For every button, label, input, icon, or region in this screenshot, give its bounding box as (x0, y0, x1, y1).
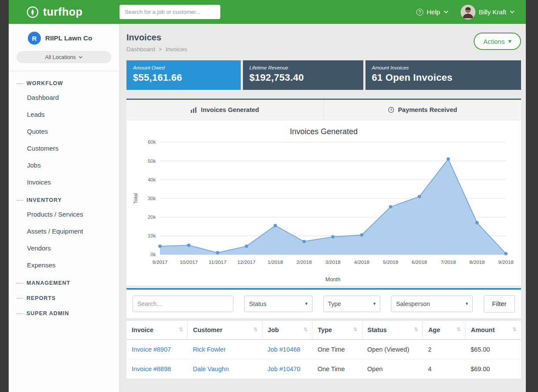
sidebar-section-workflow[interactable]: WORKFLOW (9, 74, 119, 89)
sidebar-item-dashboard[interactable]: Dashboard (9, 89, 119, 106)
svg-text:20k: 20k (148, 214, 156, 220)
sidebar-item-quotes[interactable]: Quotes (9, 123, 119, 140)
main-content: Invoices Dashboard > Invoices Actions ▾ … (120, 24, 526, 392)
caret-down-icon: ▾ (305, 301, 308, 306)
column-header-age[interactable]: ⇅Age (423, 321, 465, 339)
section-label: REPORTS (27, 295, 56, 301)
job-link[interactable]: Job #10470 (267, 366, 300, 372)
tree-dash-icon (17, 200, 23, 201)
svg-text:11/2017: 11/2017 (209, 260, 226, 265)
table-row: Invoice #8898Dale VaughnJob #10470One Ti… (126, 359, 521, 379)
column-label: Job (268, 326, 279, 333)
filter-panel: Status ▾ Type ▾ Salesperson ▾ Filter (126, 288, 521, 318)
sort-icon[interactable]: ⇅ (414, 326, 418, 333)
select-value: Status (249, 300, 266, 307)
stat-card-lifetime-revenue: Lifetime Revenue $192,753.40 (243, 60, 363, 90)
section-label: INVENTORY (27, 197, 62, 203)
tab-invoices-generated[interactable]: Invoices Generated (126, 100, 324, 120)
chart-area: Invoices Generated 0k10k20k30k40k50k60k9… (126, 120, 521, 286)
sidebar-item-invoices[interactable]: Invoices (9, 174, 119, 191)
breadcrumb-separator-icon: > (159, 46, 162, 53)
job-link[interactable]: Job #10468 (267, 346, 300, 353)
turfhop-logo[interactable]: turfhop (9, 6, 120, 19)
sort-icon[interactable]: ⇅ (303, 326, 308, 333)
breadcrumb: Dashboard > Invoices (126, 46, 187, 53)
sort-icon[interactable]: ⇅ (179, 326, 183, 333)
customer-link[interactable]: Rick Fowler (193, 346, 226, 353)
tab-label: Payments Received (398, 106, 457, 113)
chart-tabs: Invoices Generated Payments Received (126, 100, 521, 120)
cell-amount: $69.00 (465, 359, 521, 379)
column-header-job[interactable]: ⇅Job (262, 321, 312, 339)
cell-customer: Rick Fowler (188, 339, 262, 359)
sidebar-section-super-admin[interactable]: SUPER ADMIN (9, 304, 119, 319)
column-label: Amount (471, 326, 495, 333)
tree-dash-icon (17, 283, 23, 283)
tree-dash-icon (17, 298, 23, 299)
select-value: Salesperson (396, 300, 430, 307)
help-label: Help (427, 8, 440, 16)
cell-invoice: Invoice #8898 (126, 359, 188, 379)
sidebar-item-jobs[interactable]: Jobs (9, 157, 119, 174)
company-name: RIIPL Lawn Co (45, 34, 92, 42)
tab-payments-received[interactable]: Payments Received (324, 100, 521, 120)
salesperson-filter-select[interactable]: Salesperson ▾ (391, 296, 472, 312)
column-header-amount[interactable]: ⇅Amount (465, 321, 521, 339)
svg-text:6/2018: 6/2018 (412, 260, 427, 265)
user-name: Billy Kraft (479, 8, 506, 16)
caret-down-icon: ▾ (465, 301, 468, 306)
sidebar-item-products-services[interactable]: Products / Services (9, 206, 119, 223)
tab-label: Invoices Generated (201, 106, 259, 113)
actions-button[interactable]: Actions ▾ (474, 33, 521, 50)
sidebar-item-customers[interactable]: Customers (9, 140, 119, 157)
company-header: R RIIPL Lawn Co (9, 24, 119, 45)
column-header-type[interactable]: ⇅Type (312, 321, 362, 339)
table-search-input[interactable] (133, 296, 233, 312)
invoices-table-panel: ⇅Invoice⇅Customer⇅Job⇅Type⇅Status⇅Age⇅Am… (126, 321, 521, 379)
user-menu[interactable]: Billy Kraft (461, 5, 515, 20)
sidebar-section-inventory[interactable]: INVENTORY (9, 191, 119, 206)
stat-label: Lifetime Revenue (249, 65, 357, 70)
filter-button[interactable]: Filter (484, 295, 515, 313)
topbar-right: ? Help Billy Kraft (416, 5, 526, 20)
locations-dropdown[interactable]: All Locations (17, 51, 111, 63)
page-header: Invoices Dashboard > Invoices Actions ▾ (126, 33, 521, 53)
invoice-link[interactable]: Invoice #8907 (132, 346, 171, 353)
type-filter-select[interactable]: Type ▾ (323, 296, 381, 312)
sort-icon[interactable]: ⇅ (253, 326, 258, 333)
sidebar-item-vendors[interactable]: Vendors (9, 240, 119, 257)
breadcrumb-dashboard[interactable]: Dashboard (126, 46, 155, 53)
sidebar-item-expenses[interactable]: Expenses (9, 257, 119, 273)
customer-link[interactable]: Dale Vaughn (193, 366, 229, 372)
column-label: Invoice (132, 326, 153, 333)
invoice-link[interactable]: Invoice #8898 (132, 366, 171, 372)
stat-value: $55,161.66 (133, 72, 234, 83)
sidebar-item-assets-equipment[interactable]: Assets / Equipment (9, 223, 119, 240)
column-header-invoice[interactable]: ⇅Invoice (126, 321, 188, 339)
sidebar-item-leads[interactable]: Leads (9, 106, 119, 123)
cell-amount: $65.00 (465, 339, 521, 359)
svg-text:9/2018: 9/2018 (498, 260, 514, 265)
sort-icon[interactable]: ⇅ (353, 326, 358, 333)
status-filter-select[interactable]: Status ▾ (244, 296, 312, 312)
sidebar-section-reports[interactable]: REPORTS (9, 289, 119, 304)
logo-text: turfhop (43, 6, 83, 18)
section-label: SUPER ADMIN (27, 310, 69, 316)
svg-text:10k: 10k (148, 233, 156, 238)
global-search-input[interactable] (120, 5, 220, 19)
stat-value: $192,753.40 (249, 72, 357, 83)
company-logo: R (28, 32, 41, 45)
sidebar-section-management[interactable]: MANAGEMENT (9, 273, 119, 289)
sort-icon[interactable]: ⇅ (512, 326, 517, 333)
help-menu[interactable]: ? Help (416, 8, 448, 16)
sidebar-nav: WORKFLOWDashboardLeadsQuotesCustomersJob… (9, 71, 119, 319)
bar-chart-icon (191, 107, 197, 113)
tree-dash-icon (17, 313, 23, 314)
column-header-status[interactable]: ⇅Status (362, 321, 423, 339)
sort-icon[interactable]: ⇅ (456, 326, 461, 333)
column-header-customer[interactable]: ⇅Customer (188, 321, 262, 339)
chevron-down-icon (79, 56, 83, 59)
svg-text:30k: 30k (148, 196, 156, 201)
chevron-down-icon (444, 10, 448, 13)
topbar: turfhop ? Help Bill (9, 0, 526, 24)
